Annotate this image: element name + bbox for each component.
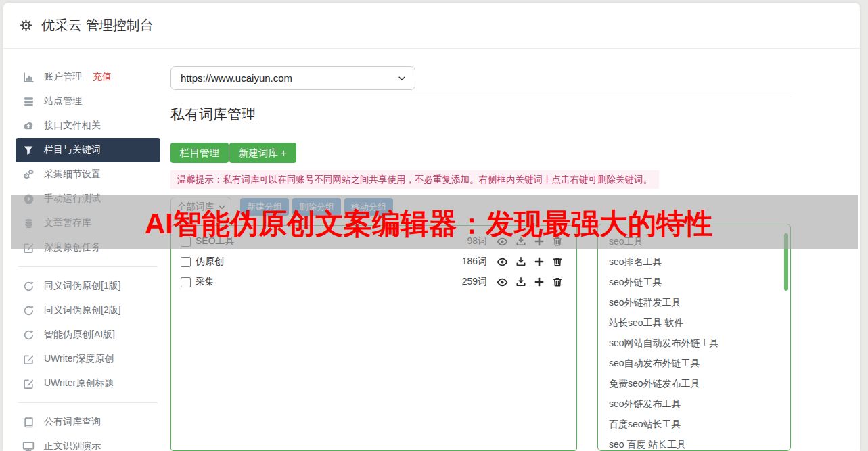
lexicon-word-count: 186词 [462,256,487,268]
keyword-item[interactable]: 站长seo工具 软件 [609,312,790,333]
lexicon-list-panel: SEO工具98词伪原创186词采集259词 [170,225,577,451]
sidebar-item-label: 账户管理 [44,71,82,83]
sidebar-divider [18,402,158,403]
promo-banner-overlay: AI智能伪原创文案编辑器：发现最强大的特性 [11,195,858,249]
lexicon-word-count: 259词 [462,276,487,288]
sidebar-item-label: 同义词伪原创[1版] [44,280,121,292]
sidebar-divider [18,266,158,267]
sidebar-item[interactable]: 智能伪原创[AI版] [16,323,160,347]
sidebar-item[interactable]: UWriter深度原创 [16,347,160,371]
sidebar-item[interactable]: 同义词伪原创[2版] [16,298,160,323]
delete-icon[interactable] [552,277,563,287]
lexicon-row: 伪原创186词 [171,252,576,272]
lexicon-checkbox[interactable] [181,277,191,287]
monitor-icon [22,440,35,451]
lexicon-name: 采集 [196,276,214,288]
keyword-item[interactable]: 免费seo外链发布工具 [609,373,790,394]
page-title: 私有词库管理 [170,105,256,124]
keyword-list: seo工具seo排名工具seo外链工具seo外链群发工具站长seo工具 软件se… [598,224,790,451]
cloud-upload-icon [22,120,35,132]
sidebar-item-label: UWriter深度原创 [44,353,114,365]
filter-icon [22,145,35,156]
sidebar-item[interactable]: 站点管理 [16,89,160,114]
sidebar-item-label: 公有词库查询 [44,416,101,428]
sidebar-item-label: 正文识别演示 [44,440,101,451]
keyword-item[interactable]: 百度seo站长工具 [609,414,790,434]
edit-icon [22,378,35,389]
refresh-icon [22,281,35,292]
site-url-value: https://www.ucaiyun.com [181,72,397,84]
lexicon-name: 伪原创 [196,256,224,268]
gear-icon [20,19,32,32]
lexicon-checkbox[interactable] [181,257,191,267]
recharge-badge[interactable]: 充值 [93,71,112,83]
sidebar-item[interactable]: 同义词伪原创[1版] [16,274,160,298]
keyword-item[interactable]: seo外链群发工具 [609,292,790,312]
server-icon [22,96,35,108]
keyword-panel: seo工具seo排名工具seo外链工具seo外链群发工具站长seo工具 软件se… [597,224,791,451]
refresh-icon [22,329,35,341]
keyword-item[interactable]: seo网站自动发布外链工具 [609,333,790,353]
delete-icon[interactable] [552,256,563,267]
sidebar-item-label: 采集细节设置 [44,168,101,181]
sidebar-item[interactable]: 公有词库查询 [16,410,160,434]
lexicon-row: 采集259词 [171,272,576,292]
sidebar-item-label: 接口文件相关 [44,120,101,132]
promo-banner-text: AI智能伪原创文案编辑器：发现最强大的特性 [145,210,713,238]
page-background: 优采云 管理控制台 账户管理充值站点管理接口文件相关栏目与关键词采集细节设置手动… [0,0,868,451]
download-icon[interactable] [516,256,526,267]
sidebar-item[interactable]: 接口文件相关 [16,114,160,138]
sidebar-item[interactable]: 账户管理充值 [16,65,160,89]
sidebar-item-label: 站点管理 [44,95,82,108]
edit-icon [22,354,35,365]
view-icon[interactable] [497,256,508,268]
sidebar-item-label: 栏目与关键词 [44,144,101,156]
site-url-select[interactable]: https://www.ucaiyun.com [170,66,415,90]
keyword-item[interactable]: seo自动发布外链工具 [609,353,790,373]
download-icon[interactable] [516,277,526,287]
app-title: 优采云 管理控制台 [41,16,154,34]
bar-chart-icon [22,72,35,83]
sidebar-item-label: UWriter原创标题 [44,377,114,389]
keyword-item[interactable]: seo外链发布工具 [609,394,790,414]
keyword-item[interactable]: seo 百度 站长工具 [609,434,790,451]
gears-icon [22,168,35,181]
tip-message: 温馨提示：私有词库可以在同账号不同网站之间共享使用，不必重复添加。右侧框内关键词… [170,170,659,189]
keyword-item[interactable]: seo排名工具 [609,252,790,272]
section-divider [170,97,792,97]
chevron-down-icon [397,74,407,83]
app-header: 优采云 管理控制台 [3,3,860,49]
new-lexicon-button[interactable]: 新建词库 + [229,143,296,163]
sidebar-item[interactable]: 采集细节设置 [16,162,160,187]
view-icon[interactable] [497,277,508,288]
book-icon [22,417,35,428]
sidebar-item-label: 同义词伪原创[2版] [44,304,121,316]
sidebar-item-label: 智能伪原创[AI版] [44,329,115,341]
lexicon-actions [497,256,563,268]
sidebar-nav: 账户管理充值站点管理接口文件相关栏目与关键词采集细节设置手动运行测试文章暂存库深… [16,65,160,451]
column-manage-button[interactable]: 栏目管理 [170,143,229,163]
sidebar-item[interactable]: 栏目与关键词 [16,138,160,162]
sidebar-item[interactable]: UWriter原创标题 [16,371,160,396]
add-icon[interactable] [534,256,545,267]
keyword-item[interactable]: seo外链工具 [609,272,790,292]
sidebar-item[interactable]: 正文识别演示 [16,434,160,451]
refresh-icon [22,305,35,316]
add-icon[interactable] [534,277,545,287]
lexicon-actions [497,277,563,288]
